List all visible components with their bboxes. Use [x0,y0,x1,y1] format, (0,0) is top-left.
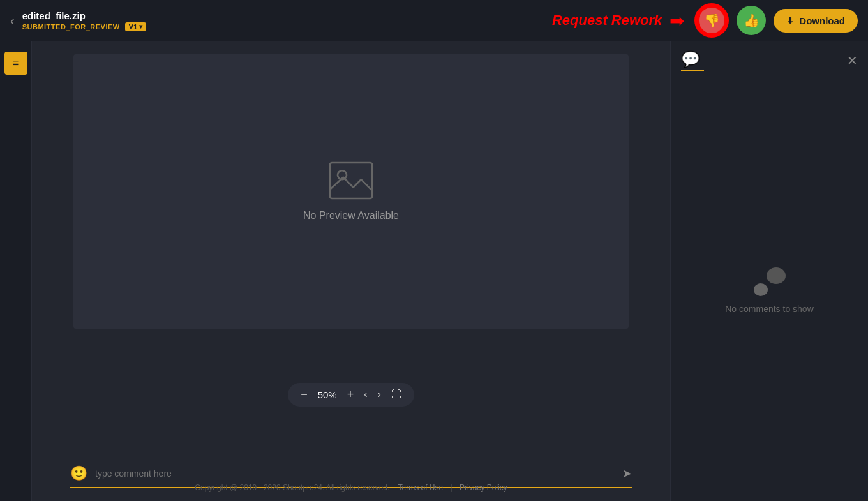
arrow-right-icon: ➡ [670,10,684,31]
left-sidebar: ≡ [0,41,32,501]
request-rework-label: Request Rework [552,12,662,29]
header-right: Request Rework ➡ 👎 👍 ⬇ Download [552,3,858,38]
comment-tab[interactable]: 💬 [681,50,704,71]
list-icon: ≡ [13,57,19,69]
copyright-text: Copyright @ 2019 - 2020 Shootpro24. All … [195,483,389,492]
prev-page-button[interactable]: ‹ [364,389,367,400]
main-layout: ≡ No Preview Available − 50% + ‹ › ⛶ 🙂 [0,41,868,501]
right-panel-header: 💬 ✕ [671,41,868,80]
bubble2 [754,283,768,296]
right-panel: 💬 ✕ No comments to show [670,41,868,501]
footer: Copyright @ 2019 - 2020 Shootpro24. All … [32,474,670,501]
download-button[interactable]: ⬇ Download [774,9,858,33]
preview-area: No Preview Available − 50% + ‹ › ⛶ 🙂 ➤ C… [32,41,670,501]
preview-canvas: No Preview Available [73,54,629,329]
no-comments-text: No comments to show [725,304,814,314]
header: ‹ edited_file.zip SUBMITTED_FOR_REVIEW V… [0,0,868,41]
version-badge[interactable]: V1 [125,22,146,31]
no-preview-text: No Preview Available [303,210,399,221]
no-preview-icon [329,161,373,200]
comment-tab-underline [681,70,704,71]
right-panel-content: No comments to show [671,80,868,501]
file-info: edited_file.zip SUBMITTED_FOR_REVIEW V1 [22,10,146,31]
privacy-link[interactable]: Privacy Policy [460,483,507,492]
bubble1 [767,267,786,284]
next-page-button[interactable]: › [378,389,381,400]
zoom-controls: − 50% + ‹ › ⛶ [288,383,414,407]
svg-rect-0 [330,163,373,198]
comment-tab-icon: 💬 [681,50,704,68]
fullscreen-button[interactable]: ⛶ [391,389,401,400]
zoom-in-button[interactable]: + [347,388,354,401]
footer-divider: | [451,483,453,492]
thumbs-up-button[interactable]: 👍 [737,6,766,35]
thumbs-down-highlight: 👎 [694,3,729,38]
download-icon: ⬇ [786,15,794,26]
file-status: SUBMITTED_FOR_REVIEW [22,23,120,31]
file-name: edited_file.zip [22,10,146,21]
zoom-out-button[interactable]: − [301,388,308,401]
terms-link[interactable]: Terms of Use [398,483,443,492]
close-button[interactable]: ✕ [847,53,858,68]
file-status-row: SUBMITTED_FOR_REVIEW V1 [22,22,146,31]
download-label: Download [799,15,845,26]
thumbs-down-button[interactable]: 👎 [697,6,726,35]
back-button[interactable]: ‹ [10,13,15,28]
list-view-button[interactable]: ≡ [4,52,27,75]
no-comments-icon [754,267,786,296]
zoom-level: 50% [318,389,337,400]
